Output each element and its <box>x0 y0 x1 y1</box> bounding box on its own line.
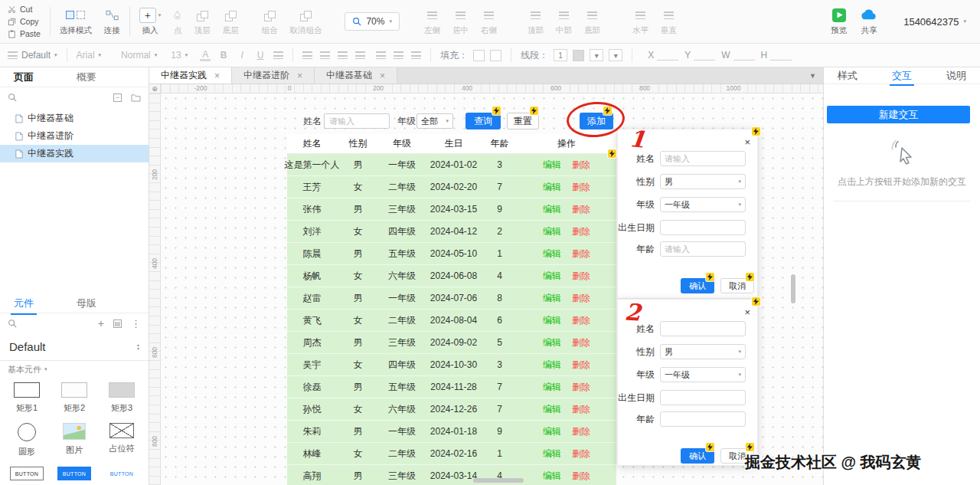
h-input[interactable] <box>770 50 792 61</box>
align-tool-button[interactable]: 垂直 <box>661 8 677 36</box>
close-tab-icon[interactable]: × <box>214 70 220 81</box>
delete-link[interactable]: 删除 <box>572 470 590 483</box>
close-icon[interactable]: × <box>744 137 750 147</box>
widget-rect2[interactable]: 矩形2 <box>61 382 87 414</box>
delete-link[interactable]: 删除 <box>572 425 590 438</box>
widget-rect3[interactable]: 矩形3 <box>109 382 135 414</box>
edit-link[interactable]: 编辑 <box>543 314 561 327</box>
vertical-align-top-icon[interactable] <box>376 51 386 59</box>
underline-button[interactable]: U <box>255 50 266 61</box>
widget-circle[interactable]: 圆形 <box>18 423 36 457</box>
account-menu[interactable]: 1540642375 ▾ <box>903 16 966 28</box>
font-size-select[interactable]: 13▾ <box>171 50 188 61</box>
delete-link[interactable]: 删除 <box>572 381 590 394</box>
dialog-birthday-input[interactable] <box>660 220 746 235</box>
reset-button[interactable]: 重置 <box>507 113 539 129</box>
align-tool-button[interactable]: 右侧 <box>481 8 497 36</box>
dialog-birthday-input[interactable] <box>660 390 746 405</box>
tab-notes[interactable]: 说明 <box>946 69 966 83</box>
delete-link[interactable]: 删除 <box>572 225 590 238</box>
table-row[interactable]: 刘洋 女 四年级 2024-04-12 2 编辑 删除 <box>287 221 616 243</box>
vertical-align-middle-icon[interactable] <box>394 51 403 59</box>
font-weight-select[interactable]: Normal▾ <box>121 50 157 61</box>
zoom-select[interactable]: 70% ▾ <box>345 12 400 31</box>
delete-link[interactable]: 删除 <box>572 159 590 172</box>
align-tool-button[interactable]: 底部 <box>584 8 600 36</box>
bold-button[interactable]: B <box>218 50 229 61</box>
new-interaction-button[interactable]: 新建交互 <box>827 106 970 123</box>
doc-tab[interactable]: 中继器基础 × <box>315 67 397 84</box>
style-preset-select[interactable]: Default ▾ <box>8 50 57 61</box>
insert-button[interactable]: ＋ ▾ 插入 <box>139 8 162 36</box>
bullet-list-icon[interactable] <box>273 51 283 59</box>
delete-link[interactable]: 删除 <box>572 447 590 460</box>
line-color-swatch[interactable] <box>573 50 584 61</box>
dialog-age-input[interactable] <box>660 241 746 257</box>
edit-link[interactable]: 编辑 <box>543 470 561 483</box>
delete-link[interactable]: 删除 <box>572 292 590 305</box>
arrow-style-select[interactable]: ▾ <box>609 49 622 61</box>
page-item[interactable]: 中继器进阶 <box>0 127 149 145</box>
w-input[interactable] <box>733 50 755 61</box>
italic-button[interactable]: I <box>237 50 247 61</box>
line-width-input[interactable]: 1 <box>554 49 567 61</box>
select-mode-button[interactable]: 选择模式 <box>60 8 92 36</box>
paste-button[interactable]: Paste <box>8 28 41 40</box>
fill-opacity-swatch[interactable] <box>490 50 501 61</box>
table-row[interactable]: 王芳 女 二年级 2024-02-20 7 编辑 删除 <box>287 176 616 198</box>
layer-tool-button[interactable]: 底层 <box>222 8 238 36</box>
delete-link[interactable]: 删除 <box>572 181 590 194</box>
font-color-button[interactable]: A <box>200 50 211 61</box>
copy-button[interactable]: Copy <box>8 16 41 28</box>
edit-link[interactable]: 编辑 <box>543 381 561 394</box>
dialog-grade-select[interactable]: 一年级▾ <box>660 367 746 382</box>
dialog-grade-select[interactable]: 一年级▾ <box>660 197 746 212</box>
delete-link[interactable]: 删除 <box>572 247 590 261</box>
dialog-gender-select[interactable]: 男▾ <box>660 344 746 359</box>
close-icon[interactable]: × <box>744 307 750 317</box>
edit-link[interactable]: 编辑 <box>543 292 561 305</box>
collapse-all-icon[interactable]: − <box>113 93 122 102</box>
dialog-age-input[interactable] <box>660 411 746 427</box>
preview-button[interactable]: 预览 <box>831 8 847 36</box>
edit-link[interactable]: 编辑 <box>543 225 561 238</box>
connect-button[interactable]: 连接 <box>104 8 120 36</box>
table-row[interactable]: 徐磊 男 五年级 2024-11-28 7 编辑 删除 <box>287 376 616 398</box>
edit-link[interactable]: 编辑 <box>543 447 561 460</box>
dialog-gender-select[interactable]: 男▾ <box>660 174 746 189</box>
widget-primary-button[interactable]: BUTTON主要按钮 <box>57 467 91 485</box>
delete-link[interactable]: 删除 <box>572 336 590 349</box>
line-style-select[interactable]: ▾ <box>590 49 603 61</box>
align-tool-button[interactable]: 左侧 <box>424 8 440 36</box>
search-icon[interactable] <box>8 319 17 328</box>
tab-outline[interactable]: 概要 <box>77 70 96 84</box>
page-item-selected[interactable]: 中继器实践 <box>0 145 149 162</box>
page-item[interactable]: 中继器基础 <box>0 110 149 127</box>
add-library-icon[interactable]: + <box>98 317 104 329</box>
close-tab-icon[interactable]: × <box>380 70 385 81</box>
align-tool-button[interactable]: 居中 <box>452 8 469 36</box>
doc-tab-active[interactable]: 中继器实践 × <box>149 67 232 84</box>
tab-style[interactable]: 样式 <box>838 69 858 83</box>
ruler-origin-button[interactable]: ⊕ <box>149 84 161 93</box>
library-icon[interactable]: ▤ <box>113 320 122 328</box>
edit-link[interactable]: 编辑 <box>543 403 561 416</box>
fill-color-swatch[interactable] <box>473 50 485 61</box>
align-text-justify-icon[interactable] <box>355 51 365 59</box>
close-tab-icon[interactable]: × <box>297 70 302 81</box>
layer-tool-button[interactable]: 组合 <box>261 8 277 36</box>
table-row[interactable]: 杨帆 女 六年级 2024-06-08 4 编辑 删除 <box>287 265 616 287</box>
edit-link[interactable]: 编辑 <box>543 247 561 261</box>
delete-link[interactable]: 删除 <box>572 270 590 283</box>
search-icon[interactable] <box>8 93 17 102</box>
vertical-align-bottom-icon[interactable] <box>411 51 421 59</box>
dialog-name-input[interactable] <box>660 321 746 336</box>
table-row[interactable]: 高翔 男 三年级 2024-03-14 4 编辑 删除 <box>287 465 616 485</box>
design-canvas[interactable]: 姓名 年级 全部 ▾ 查询 重置 添加 姓名性别年级生日年龄操作 <box>161 93 823 485</box>
y-input[interactable] <box>694 50 715 61</box>
point-tool-button[interactable]: 点 <box>173 8 181 36</box>
table-row[interactable]: 张伟 男 三年级 2024-03-15 9 编辑 删除 <box>287 198 616 221</box>
widget-library-select[interactable]: Default ▴▾ <box>0 333 149 361</box>
table-row[interactable]: 这是第一个人 男 一年级 2024-01-02 3 编辑 删除 <box>287 154 616 176</box>
widget-section-header[interactable]: 基本元件▾ <box>0 361 149 378</box>
